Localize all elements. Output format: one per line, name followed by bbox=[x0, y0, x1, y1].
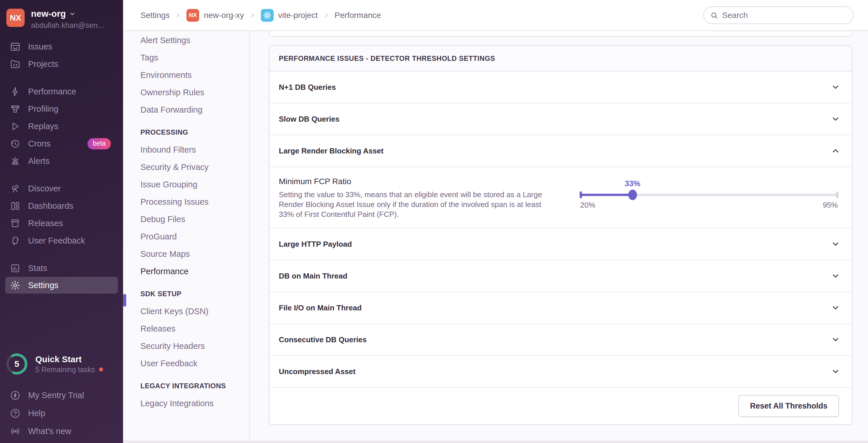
chevron-right-icon bbox=[322, 11, 330, 19]
accordion-row-uncompressed-asset[interactable]: Uncompressed Asset bbox=[270, 356, 852, 388]
fcp-ratio-slider: 33% 20% 95% bbox=[580, 177, 838, 217]
sidebar-item-label: Issues bbox=[28, 42, 53, 52]
sidebar-item-label: User Feedback bbox=[28, 236, 85, 246]
sidebar-item-help[interactable]: Help bbox=[0, 404, 123, 422]
accordion-row-db-main-thread[interactable]: DB on Main Thread bbox=[270, 260, 852, 292]
nav-inbound-filters[interactable]: Inbound Filters bbox=[123, 141, 249, 158]
sidebar-item-settings[interactable]: Settings bbox=[5, 277, 118, 294]
gear-icon bbox=[10, 280, 21, 291]
siren-icon bbox=[10, 156, 21, 166]
nav-legacy-integrations[interactable]: Legacy Integrations bbox=[123, 394, 249, 412]
clock-icon bbox=[10, 138, 21, 149]
reset-all-thresholds-button[interactable]: Reset All Thresholds bbox=[738, 395, 839, 417]
sidebar-item-projects[interactable]: Projects bbox=[0, 55, 123, 73]
breadcrumb-project[interactable]: vite-project bbox=[278, 11, 318, 20]
search-input[interactable] bbox=[722, 11, 846, 20]
main-area: PERFORMANCE ISSUES - DETECTOR THRESHOLD … bbox=[250, 31, 868, 443]
org-avatar: NX bbox=[6, 9, 25, 27]
breadcrumb-page: Performance bbox=[335, 11, 381, 20]
sidebar-item-performance[interactable]: Performance bbox=[0, 83, 123, 100]
sidebar-item-label: Releases bbox=[28, 219, 63, 228]
sidebar-item-trial[interactable]: My Sentry Trial bbox=[0, 386, 123, 404]
sidebar-nav: Issues Projects Performance Profiling Re… bbox=[0, 36, 123, 294]
nav-environments[interactable]: Environments bbox=[123, 66, 249, 84]
org-switcher[interactable]: NX new-org abdullah.khan@sen… bbox=[0, 0, 123, 36]
sidebar-item-stats[interactable]: Stats bbox=[0, 259, 123, 277]
sidebar-item-alerts[interactable]: Alerts bbox=[0, 152, 123, 170]
slider-track[interactable] bbox=[580, 194, 838, 196]
chevron-right-icon bbox=[174, 11, 182, 19]
accordion-row-large-render-blocking[interactable]: Large Render Blocking Asset bbox=[270, 135, 852, 167]
slider-thumb[interactable] bbox=[628, 190, 637, 200]
nav-user-feedback[interactable]: User Feedback bbox=[123, 355, 249, 372]
row-label: File I/O on Main Thread bbox=[279, 304, 362, 312]
breadcrumb: Settings NX new-org-xy vite-project Perf… bbox=[141, 9, 381, 22]
horizontal-scrollbar-track[interactable] bbox=[123, 441, 868, 443]
sidebar-item-label: Help bbox=[28, 409, 45, 418]
sidebar-item-releases[interactable]: Releases bbox=[0, 215, 123, 232]
setting-title: Minimum FCP Ratio bbox=[279, 177, 568, 186]
nav-alert-settings[interactable]: Alert Settings bbox=[123, 32, 249, 49]
topbar: Settings NX new-org-xy vite-project Perf… bbox=[123, 0, 868, 31]
nav-security-headers[interactable]: Security Headers bbox=[123, 337, 249, 355]
beta-badge: beta bbox=[87, 138, 111, 149]
accordion-row-n-plus-one-db[interactable]: N+1 DB Queries bbox=[270, 71, 852, 103]
slider-min-label: 20% bbox=[580, 201, 595, 210]
sidebar-item-label: Stats bbox=[28, 263, 47, 273]
row-label: Slow DB Queries bbox=[279, 115, 340, 124]
nav-data-forwarding[interactable]: Data Forwarding bbox=[123, 101, 249, 119]
sidebar-item-dashboards[interactable]: Dashboards bbox=[0, 197, 123, 215]
nav-proguard[interactable]: ProGuard bbox=[123, 228, 249, 245]
sidebar-item-label: Dashboards bbox=[28, 201, 73, 211]
accordion-row-consecutive-db[interactable]: Consecutive DB Queries bbox=[270, 324, 852, 356]
nav-ownership-rules[interactable]: Ownership Rules bbox=[123, 84, 249, 101]
chevron-down-icon bbox=[831, 83, 840, 92]
nav-issue-grouping[interactable]: Issue Grouping bbox=[123, 176, 249, 193]
sidebar-item-whats-new[interactable]: What's new bbox=[0, 422, 123, 440]
breadcrumb-settings[interactable]: Settings bbox=[141, 11, 170, 20]
quick-start-count: 5 bbox=[5, 352, 28, 376]
threshold-settings-panel: PERFORMANCE ISSUES - DETECTOR THRESHOLD … bbox=[269, 45, 852, 425]
sidebar-item-crons[interactable]: Crons beta bbox=[0, 135, 123, 152]
org-email: abdullah.khan@sen… bbox=[31, 21, 105, 30]
nav-debug-files[interactable]: Debug Files bbox=[123, 211, 249, 228]
sidebar-item-discover[interactable]: Discover bbox=[0, 180, 123, 197]
accordion-row-file-io-main-thread[interactable]: File I/O on Main Thread bbox=[270, 292, 852, 324]
projects-icon bbox=[10, 59, 21, 69]
accordion-row-large-http-payload[interactable]: Large HTTP Payload bbox=[270, 228, 852, 260]
chevron-down-icon bbox=[69, 10, 76, 18]
sidebar-item-replays[interactable]: Replays bbox=[0, 118, 123, 135]
expanded-detector-settings: Minimum FCP Ratio Setting the value to 3… bbox=[270, 167, 852, 228]
chevron-right-icon bbox=[249, 11, 256, 19]
settings-nav: Alert Settings Tags Environments Ownersh… bbox=[123, 31, 250, 443]
nav-processing-issues[interactable]: Processing Issues bbox=[123, 193, 249, 211]
sidebar-item-user-feedback[interactable]: User Feedback bbox=[0, 232, 123, 249]
content-area: Settings NX new-org-xy vite-project Perf… bbox=[123, 0, 868, 443]
slider-value-label: 33% bbox=[625, 179, 641, 188]
sidebar-item-label: Settings bbox=[28, 281, 59, 290]
stats-icon bbox=[10, 263, 21, 274]
quick-start[interactable]: 5 Quick Start 5 Remaining tasks bbox=[0, 352, 123, 376]
sidebar-item-label: Alerts bbox=[28, 156, 50, 166]
sidebar-item-issues[interactable]: Issues bbox=[0, 38, 123, 55]
profiling-icon bbox=[10, 104, 21, 114]
breadcrumb-org[interactable]: new-org-xy bbox=[204, 11, 244, 20]
nav-source-maps[interactable]: Source Maps bbox=[123, 245, 249, 263]
nav-tags[interactable]: Tags bbox=[123, 49, 249, 66]
dashboards-icon bbox=[10, 201, 21, 211]
chevron-down-icon bbox=[831, 271, 840, 281]
sidebar-item-label: My Sentry Trial bbox=[28, 390, 84, 400]
row-label: Large Render Blocking Asset bbox=[279, 147, 383, 156]
sidebar-item-label: Discover bbox=[28, 184, 61, 193]
nav-releases[interactable]: Releases bbox=[123, 320, 249, 337]
row-label: N+1 DB Queries bbox=[279, 83, 336, 92]
nav-performance[interactable]: Performance bbox=[123, 263, 249, 280]
search-icon bbox=[710, 11, 718, 20]
play-icon bbox=[10, 121, 21, 132]
accordion-row-slow-db[interactable]: Slow DB Queries bbox=[270, 103, 852, 135]
nav-security-privacy[interactable]: Security & Privacy bbox=[123, 158, 249, 176]
sidebar-item-profiling[interactable]: Profiling bbox=[0, 100, 123, 118]
search-box[interactable] bbox=[703, 6, 854, 24]
org-meta: new-org abdullah.khan@sen… bbox=[31, 9, 105, 30]
nav-client-keys[interactable]: Client Keys (DSN) bbox=[123, 303, 249, 320]
